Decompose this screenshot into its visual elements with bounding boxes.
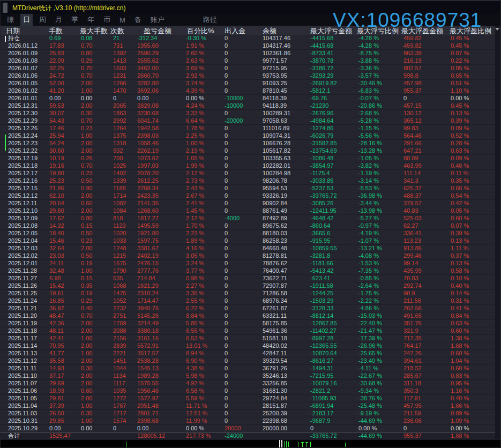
- menu-item-日[interactable]: 日: [20, 14, 33, 26]
- table-row[interactable]: 2025.11.1742.411.0021563161.166.53 %0515…: [1, 335, 500, 342]
- table-row[interactable]: 2025.12.0917.620.808181817.272.12 %-4000…: [1, 215, 500, 222]
- table-row[interactable]: 2025.12.0223.030.5012152402.193.05 %0812…: [1, 252, 500, 260]
- value-cell: 1997.03: [137, 162, 159, 169]
- activity-tick: [301, 442, 304, 443]
- value-cell: 0.08: [81, 35, 92, 42]
- menu-item-账户[interactable]: 账户: [148, 14, 167, 26]
- table-row[interactable]: 2025.11.1942.362.0017693214.495.85 %0581…: [1, 320, 500, 327]
- value-cell: -30.46 %: [358, 80, 382, 87]
- table-row[interactable]: 2025.11.1114.930.3010441545.134.38 %0367…: [1, 365, 500, 372]
- table-row[interactable]: 2026.01.0732.250.7016033462.003.69 %0972…: [1, 65, 500, 72]
- value-cell: 457.98: [403, 80, 422, 87]
- value-cell: 0: [225, 177, 228, 184]
- table-row[interactable]: 2025.12.0518.400.5010201921.802.23 %0881…: [1, 230, 500, 237]
- table-row[interactable]: 2025.11.2048.470.7027515145.268.84 %0633…: [1, 312, 500, 320]
- value-cell: 99.83: [403, 125, 418, 132]
- value-cell: 394.61: [403, 357, 422, 364]
- value-cell: 1597.75: [137, 237, 159, 244]
- menu-item-综[interactable]: 综: [4, 14, 17, 26]
- value-cell: 1.00: [81, 335, 92, 342]
- table-row[interactable]: 2026.01.0624.720.7012312660.702.92 %0937…: [1, 72, 500, 80]
- value-cell: 2065: [113, 102, 126, 109]
- value-cell: -1.75 %: [358, 290, 379, 297]
- table-row[interactable]: 2025.10.290.000.0000.000.00 %2000020000.…: [1, 425, 500, 432]
- table-row[interactable]: 2025.11.0437.391.0017672951.4811.71 %028…: [1, 402, 500, 410]
- table-row[interactable]: 2025.12.2954.430.7029926041.746.64 %-200…: [1, 117, 500, 125]
- table-row[interactable]: 2025.12.3030.070.3018633230.683.33 %0100…: [1, 110, 500, 117]
- value-cell: 459.82: [403, 35, 422, 42]
- value-cell: 48420.02: [263, 342, 287, 349]
- menu-item-备[interactable]: 备: [132, 14, 144, 26]
- table-row[interactable]: 2025.10.3129.851.0015742398.6811.99 %022…: [1, 417, 500, 425]
- table-row[interactable]: 2025.12.1262.102.0017142423.352.67 %0933…: [1, 192, 500, 200]
- table-row[interactable]: 2025.11.1341.771.0022213517.578.94 %0428…: [1, 350, 500, 357]
- table-row[interactable]: 2025.11.1235.582.0014512538.286.90 %0393…: [1, 357, 500, 365]
- menu-item-M[interactable]: M: [117, 15, 128, 25]
- table-row[interactable]: 2025.11.2416.850.2910521714.472.55 %0689…: [1, 297, 500, 305]
- table-row[interactable]: 2026.01.1217.830.707311955.601.91 %01043…: [1, 42, 500, 50]
- value-cell: -5812.1: [310, 87, 330, 94]
- table-row[interactable]: 2025.12.0814.320.1511231495.591.70 %0896…: [1, 222, 500, 230]
- value-cell: 6.64 %: [186, 117, 204, 124]
- value-cell: 0: [225, 312, 228, 319]
- table-row[interactable]: 2025.12.3159.532.0020653829.084.24 %-100…: [1, 102, 500, 110]
- value-cell: 6041.74: [137, 117, 159, 124]
- table-row[interactable]: 2025.12.0124.110.1916752476.153.24 %0788…: [1, 260, 500, 267]
- table-row[interactable]: 2025.11.2615.420.3510681621.292.27 %0729…: [1, 282, 500, 290]
- table-row[interactable]: 2025.11.2136.970.4022323940.766.22 %0672…: [1, 305, 500, 312]
- value-cell: 93326.19: [263, 192, 287, 199]
- total-row[interactable]: 合计1525.47128005.12217.73 %-24000-33765.7…: [1, 432, 500, 440]
- menu-item-季[interactable]: 季: [69, 14, 81, 26]
- table-row[interactable]: 2025.11.0618.930.6010351956.466.58 %0316…: [1, 387, 500, 395]
- table-row[interactable]: 2026.01.0822.090.2914132555.622.63 %0997…: [1, 57, 500, 65]
- value-cell: 87810.45: [263, 87, 287, 94]
- table-row[interactable]: 2025.11.2832.481.0017902777.763.77 %0764…: [1, 267, 500, 275]
- table-row[interactable]: 2025.12.2617.460.2312641942.581.78 %0111…: [1, 125, 500, 132]
- table-row[interactable]: 2025.12.0332.642.0012483381.674.16 %0846…: [1, 245, 500, 252]
- scrollbar-arrow-icon[interactable]: [495, 28, 499, 31]
- value-cell: 6.58 %: [186, 387, 204, 394]
- table-row[interactable]: 2025.12.1521.860.9011882268.342.43 %0955…: [1, 185, 500, 192]
- table-row[interactable]: 2026.01.0552.002.0012663282.803.74 %0910…: [1, 80, 500, 87]
- table-row[interactable]: 2025.11.2519.610.1914752310.243.35 %0712…: [1, 290, 500, 297]
- value-cell: 32.64: [49, 245, 64, 252]
- value-cell: 32.25: [49, 65, 64, 72]
- value-cell: 19.61: [49, 290, 64, 297]
- table-row[interactable]: 2025.11.0326.500.3517172801.7112.51 %025…: [1, 410, 500, 417]
- menu-item-路径[interactable]: 路径: [200, 14, 220, 26]
- value-cell: 0: [225, 417, 228, 424]
- vertical-scrollbar[interactable]: [495, 26, 500, 439]
- value-cell: 2660.70: [137, 72, 159, 79]
- menu-item-月[interactable]: 月: [53, 14, 65, 26]
- value-cell: 1.00: [81, 350, 92, 357]
- date-cell: 2025.10.29: [8, 425, 38, 432]
- table-row[interactable]: 2025.12.1029.802.0010841268.601.45 %0887…: [1, 207, 500, 215]
- menu-item-币[interactable]: 币: [101, 14, 113, 26]
- table-row[interactable]: 2025.11.1037.172.0011341989.285.98 %0352…: [1, 372, 500, 380]
- table-row[interactable]: 2025.11.276.980.15535714.840.98 %073622.…: [1, 275, 500, 282]
- value-cell: 1470: [113, 87, 126, 94]
- table-row[interactable]: 2025.12.2425.941.0013752398.032.25 %0109…: [1, 132, 500, 140]
- table-row[interactable]: 2025.11.1470.952.0028395572.9113.01 %048…: [1, 342, 500, 350]
- table-row[interactable]: 持仓0.690.0821-312.34-0.30 %0104317.46-441…: [1, 35, 500, 42]
- menu-item-年[interactable]: 年: [85, 14, 97, 26]
- menu-item-周[interactable]: 周: [36, 14, 49, 26]
- table-row[interactable]: 2025.11.0529.812.0012721572.975.59 %0297…: [1, 395, 500, 402]
- date-cell: 2025.11.14: [8, 342, 37, 349]
- table-row[interactable]: 2026.01.0925.830.8013922590.292.60 %0102…: [1, 50, 500, 57]
- table-row[interactable]: 2025.12.0415.460.2310331597.751.89 %0862…: [1, 237, 500, 245]
- table-row[interactable]: 2025.12.1719.800.2314022078.202.12 %0100…: [1, 170, 500, 177]
- table-row[interactable]: 2025.12.1120.640.6010822141.352.41 %0909…: [1, 200, 500, 207]
- table-row[interactable]: 2025.11.0729.692.0011171575.554.97 %0332…: [1, 380, 500, 387]
- table-row[interactable]: 2025.11.1848.112.0020883380.186.55 %0549…: [1, 327, 500, 335]
- value-cell: 0.26: [81, 155, 92, 162]
- table-row[interactable]: 2025.12.1819.160.7010251997.031.99 %0102…: [1, 162, 500, 170]
- table-row[interactable]: 2025.12.2230.602.009322262.192.19 %01056…: [1, 147, 500, 155]
- table-row[interactable]: 2026.01.010.000.0000.000.00 %-1000084118…: [1, 95, 500, 102]
- table-row[interactable]: 2025.12.1625.230.5013392612.252.73 %0982…: [1, 177, 500, 185]
- table-row[interactable]: 2025.12.1910.190.267001073.621.05 %01033…: [1, 155, 500, 162]
- table-row[interactable]: 2025.12.2354.242.0013181058.461.00 %0106…: [1, 140, 500, 147]
- value-cell: 1.05 %: [186, 155, 204, 162]
- value-cell: 435.99: [403, 267, 422, 274]
- table-row[interactable]: 2026.01.0241.201.0014703692.064.39 %0878…: [1, 87, 500, 95]
